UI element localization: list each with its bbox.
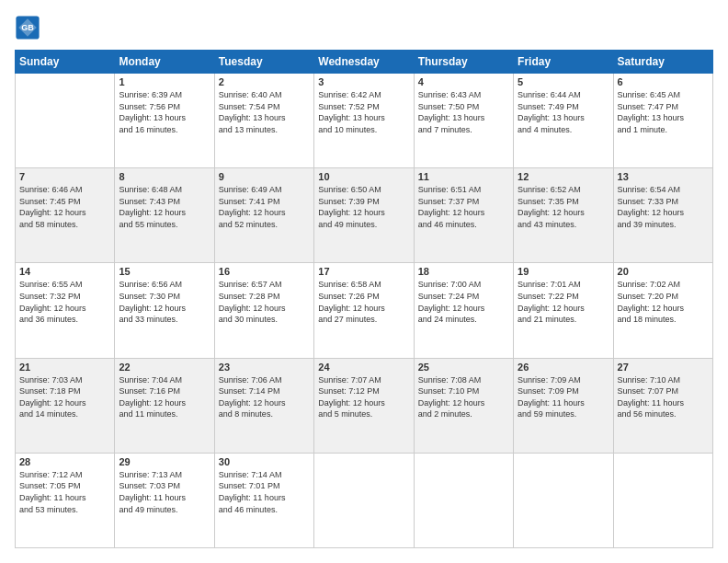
calendar-cell: 23Sunrise: 7:06 AMSunset: 7:14 PMDayligh… bbox=[214, 358, 313, 453]
calendar-cell: 15Sunrise: 6:56 AMSunset: 7:30 PMDayligh… bbox=[115, 263, 214, 358]
cell-info: Sunrise: 6:46 AMSunset: 7:45 PMDaylight:… bbox=[19, 184, 110, 230]
calendar-cell: 14Sunrise: 6:55 AMSunset: 7:32 PMDayligh… bbox=[16, 263, 115, 358]
calendar-cell: 18Sunrise: 7:00 AMSunset: 7:24 PMDayligh… bbox=[414, 263, 513, 358]
cell-day-number: 10 bbox=[318, 171, 409, 182]
cell-day-number: 2 bbox=[219, 76, 310, 87]
cell-info: Sunrise: 7:04 AMSunset: 7:16 PMDaylight:… bbox=[119, 374, 210, 420]
cell-day-number: 19 bbox=[518, 266, 609, 277]
cell-day-number: 27 bbox=[618, 362, 709, 373]
cell-info: Sunrise: 6:58 AMSunset: 7:26 PMDaylight:… bbox=[318, 279, 409, 325]
cell-day-number: 17 bbox=[318, 266, 409, 277]
cell-day-number: 5 bbox=[518, 76, 609, 87]
cell-info: Sunrise: 6:55 AMSunset: 7:32 PMDaylight:… bbox=[19, 279, 110, 325]
day-header-saturday: Saturday bbox=[613, 51, 712, 74]
calendar-cell bbox=[514, 453, 613, 547]
day-header-thursday: Thursday bbox=[414, 51, 513, 74]
cell-day-number: 21 bbox=[19, 362, 110, 373]
cell-info: Sunrise: 6:39 AMSunset: 7:56 PMDaylight:… bbox=[119, 89, 210, 135]
cell-day-number: 30 bbox=[219, 456, 310, 467]
cell-info: Sunrise: 6:44 AMSunset: 7:49 PMDaylight:… bbox=[518, 89, 609, 135]
calendar-cell: 6Sunrise: 6:45 AMSunset: 7:47 PMDaylight… bbox=[613, 74, 712, 168]
calendar-header: SundayMondayTuesdayWednesdayThursdayFrid… bbox=[16, 51, 713, 74]
cell-day-number: 28 bbox=[19, 456, 110, 467]
cell-day-number: 6 bbox=[618, 76, 709, 87]
calendar-cell: 10Sunrise: 6:50 AMSunset: 7:39 PMDayligh… bbox=[314, 168, 414, 263]
cell-info: Sunrise: 7:01 AMSunset: 7:22 PMDaylight:… bbox=[518, 279, 609, 325]
calendar-week-1: 1Sunrise: 6:39 AMSunset: 7:56 PMDaylight… bbox=[16, 74, 713, 168]
day-header-friday: Friday bbox=[514, 51, 613, 74]
cell-day-number: 18 bbox=[418, 266, 509, 277]
cell-day-number: 23 bbox=[219, 362, 310, 373]
calendar-cell: 3Sunrise: 6:42 AMSunset: 7:52 PMDaylight… bbox=[314, 74, 414, 168]
cell-day-number: 26 bbox=[518, 362, 609, 373]
cell-info: Sunrise: 6:45 AMSunset: 7:47 PMDaylight:… bbox=[618, 89, 709, 135]
calendar-cell: 8Sunrise: 6:48 AMSunset: 7:43 PMDaylight… bbox=[115, 168, 214, 263]
cell-day-number: 4 bbox=[418, 76, 509, 87]
svg-text:GB: GB bbox=[21, 23, 34, 32]
calendar-cell: 1Sunrise: 6:39 AMSunset: 7:56 PMDaylight… bbox=[115, 74, 214, 168]
cell-info: Sunrise: 6:48 AMSunset: 7:43 PMDaylight:… bbox=[119, 184, 210, 230]
cell-info: Sunrise: 6:52 AMSunset: 7:35 PMDaylight:… bbox=[518, 184, 609, 230]
calendar-cell bbox=[613, 453, 712, 547]
page: GB SundayMondayTuesdayWednesdayThursdayF… bbox=[0, 0, 728, 563]
calendar-cell: 13Sunrise: 6:54 AMSunset: 7:33 PMDayligh… bbox=[613, 168, 712, 263]
cell-info: Sunrise: 7:14 AMSunset: 7:01 PMDaylight:… bbox=[219, 469, 310, 515]
header: GB bbox=[15, 15, 713, 40]
logo-icon: GB bbox=[15, 15, 40, 40]
calendar-week-2: 7Sunrise: 6:46 AMSunset: 7:45 PMDaylight… bbox=[16, 168, 713, 263]
cell-day-number: 12 bbox=[518, 171, 609, 182]
calendar-cell: 26Sunrise: 7:09 AMSunset: 7:09 PMDayligh… bbox=[514, 358, 613, 453]
calendar-cell: 4Sunrise: 6:43 AMSunset: 7:50 PMDaylight… bbox=[414, 74, 513, 168]
cell-info: Sunrise: 7:03 AMSunset: 7:18 PMDaylight:… bbox=[19, 374, 110, 420]
cell-info: Sunrise: 6:50 AMSunset: 7:39 PMDaylight:… bbox=[318, 184, 409, 230]
days-header-row: SundayMondayTuesdayWednesdayThursdayFrid… bbox=[16, 51, 713, 74]
cell-day-number: 8 bbox=[119, 171, 210, 182]
calendar-cell: 19Sunrise: 7:01 AMSunset: 7:22 PMDayligh… bbox=[514, 263, 613, 358]
cell-day-number: 16 bbox=[219, 266, 310, 277]
cell-info: Sunrise: 7:07 AMSunset: 7:12 PMDaylight:… bbox=[318, 374, 409, 420]
cell-day-number: 9 bbox=[219, 171, 310, 182]
cell-day-number: 3 bbox=[318, 76, 409, 87]
cell-day-number: 1 bbox=[119, 76, 210, 87]
calendar-cell: 2Sunrise: 6:40 AMSunset: 7:54 PMDaylight… bbox=[214, 74, 313, 168]
cell-day-number: 15 bbox=[119, 266, 210, 277]
calendar-week-5: 28Sunrise: 7:12 AMSunset: 7:05 PMDayligh… bbox=[16, 453, 713, 547]
calendar-cell: 12Sunrise: 6:52 AMSunset: 7:35 PMDayligh… bbox=[514, 168, 613, 263]
calendar-cell: 11Sunrise: 6:51 AMSunset: 7:37 PMDayligh… bbox=[414, 168, 513, 263]
cell-info: Sunrise: 7:02 AMSunset: 7:20 PMDaylight:… bbox=[618, 279, 709, 325]
cell-info: Sunrise: 6:54 AMSunset: 7:33 PMDaylight:… bbox=[618, 184, 709, 230]
cell-info: Sunrise: 7:08 AMSunset: 7:10 PMDaylight:… bbox=[418, 374, 509, 420]
day-header-tuesday: Tuesday bbox=[214, 51, 313, 74]
calendar-cell bbox=[16, 74, 115, 168]
cell-day-number: 14 bbox=[19, 266, 110, 277]
cell-info: Sunrise: 7:10 AMSunset: 7:07 PMDaylight:… bbox=[618, 374, 709, 420]
cell-info: Sunrise: 7:09 AMSunset: 7:09 PMDaylight:… bbox=[518, 374, 609, 420]
cell-info: Sunrise: 7:13 AMSunset: 7:03 PMDaylight:… bbox=[119, 469, 210, 515]
calendar-cell bbox=[414, 453, 513, 547]
calendar-cell: 20Sunrise: 7:02 AMSunset: 7:20 PMDayligh… bbox=[613, 263, 712, 358]
calendar-cell: 7Sunrise: 6:46 AMSunset: 7:45 PMDaylight… bbox=[16, 168, 115, 263]
calendar-cell bbox=[314, 453, 414, 547]
cell-info: Sunrise: 6:42 AMSunset: 7:52 PMDaylight:… bbox=[318, 89, 409, 135]
cell-info: Sunrise: 6:57 AMSunset: 7:28 PMDaylight:… bbox=[219, 279, 310, 325]
calendar-week-4: 21Sunrise: 7:03 AMSunset: 7:18 PMDayligh… bbox=[16, 358, 713, 453]
calendar-cell: 24Sunrise: 7:07 AMSunset: 7:12 PMDayligh… bbox=[314, 358, 414, 453]
cell-info: Sunrise: 7:00 AMSunset: 7:24 PMDaylight:… bbox=[418, 279, 509, 325]
cell-day-number: 7 bbox=[19, 171, 110, 182]
cell-info: Sunrise: 6:56 AMSunset: 7:30 PMDaylight:… bbox=[119, 279, 210, 325]
day-header-sunday: Sunday bbox=[16, 51, 115, 74]
calendar-cell: 27Sunrise: 7:10 AMSunset: 7:07 PMDayligh… bbox=[613, 358, 712, 453]
calendar-cell: 9Sunrise: 6:49 AMSunset: 7:41 PMDaylight… bbox=[214, 168, 313, 263]
calendar-cell: 30Sunrise: 7:14 AMSunset: 7:01 PMDayligh… bbox=[214, 453, 313, 547]
calendar-cell: 21Sunrise: 7:03 AMSunset: 7:18 PMDayligh… bbox=[16, 358, 115, 453]
cell-day-number: 11 bbox=[418, 171, 509, 182]
day-header-wednesday: Wednesday bbox=[314, 51, 414, 74]
calendar-cell: 16Sunrise: 6:57 AMSunset: 7:28 PMDayligh… bbox=[214, 263, 313, 358]
cell-day-number: 22 bbox=[119, 362, 210, 373]
logo: GB bbox=[15, 15, 44, 40]
calendar-cell: 5Sunrise: 6:44 AMSunset: 7:49 PMDaylight… bbox=[514, 74, 613, 168]
calendar-cell: 25Sunrise: 7:08 AMSunset: 7:10 PMDayligh… bbox=[414, 358, 513, 453]
day-header-monday: Monday bbox=[115, 51, 214, 74]
cell-info: Sunrise: 7:12 AMSunset: 7:05 PMDaylight:… bbox=[19, 469, 110, 515]
calendar-table: SundayMondayTuesdayWednesdayThursdayFrid… bbox=[15, 50, 713, 548]
